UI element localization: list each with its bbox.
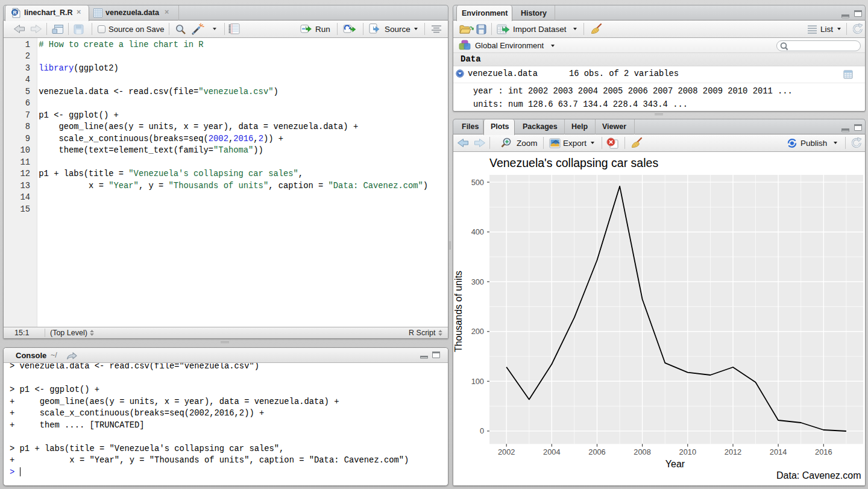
svg-text:2010: 2010: [679, 447, 696, 456]
svg-text:Venezuela's collapsing car sal: Venezuela's collapsing car sales: [489, 156, 658, 169]
svg-text:2004: 2004: [543, 447, 560, 456]
svg-text:500: 500: [471, 178, 484, 187]
svg-text:2008: 2008: [634, 447, 650, 456]
svg-text:Year: Year: [665, 459, 685, 469]
svg-text:200: 200: [471, 327, 484, 336]
svg-text:2006: 2006: [588, 447, 605, 456]
svg-text:2014: 2014: [770, 447, 787, 456]
svg-text:400: 400: [471, 227, 484, 236]
svg-text:2002: 2002: [498, 447, 515, 456]
svg-text:Data: Cavenez.com: Data: Cavenez.com: [776, 470, 861, 481]
svg-text:2016: 2016: [815, 447, 832, 456]
svg-text:100: 100: [471, 377, 484, 386]
svg-text:2012: 2012: [725, 447, 741, 456]
svg-text:R: R: [13, 10, 16, 16]
svg-text:Thousands of units: Thousands of units: [453, 271, 464, 352]
svg-text:0: 0: [480, 426, 484, 435]
svg-text:300: 300: [471, 277, 484, 286]
